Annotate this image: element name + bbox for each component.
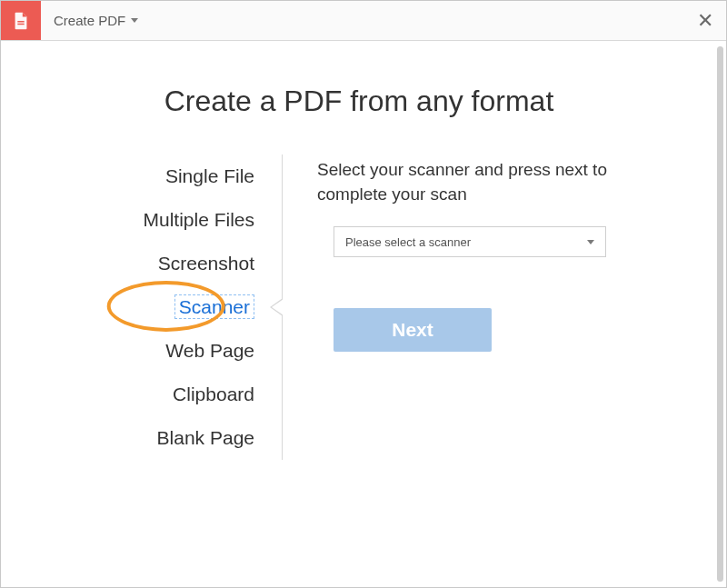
scanner-select-placeholder: Please select a scanner (345, 235, 471, 249)
window-title: Create PDF (54, 13, 125, 28)
close-button[interactable]: ✕ (684, 1, 726, 40)
sidebar-item-blank-page[interactable]: Blank Page (28, 416, 282, 460)
sidebar-item-label: Screenshot (158, 253, 254, 274)
sidebar-item-scanner[interactable]: Scanner (28, 285, 282, 329)
chevron-down-icon (131, 18, 138, 23)
chevron-down-icon (587, 240, 594, 244)
sidebar-item-label: Scanner (174, 294, 254, 319)
body-row: Single File Multiple Files Screenshot Sc… (1, 154, 717, 460)
detail-panel: Select your scanner and press next to co… (283, 154, 690, 460)
next-button[interactable]: Next (334, 308, 492, 352)
titlebar: Create PDF ✕ (1, 1, 726, 41)
sidebar-item-clipboard[interactable]: Clipboard (28, 373, 282, 416)
page-title: Create a PDF from any format (1, 41, 717, 154)
instruction-text: Select your scanner and press next to co… (317, 158, 653, 206)
sidebar-item-label: Blank Page (157, 427, 254, 448)
title-dropdown[interactable]: Create PDF (41, 1, 138, 40)
app-icon-box (1, 1, 41, 40)
dialog-window: Create PDF ✕ Create a PDF from any forma… (0, 0, 727, 588)
close-icon: ✕ (697, 9, 713, 33)
sidebar-item-label: Single File (165, 165, 254, 186)
sidebar-item-single-file[interactable]: Single File (28, 154, 282, 198)
next-button-label: Next (392, 319, 433, 341)
pdf-icon (11, 11, 31, 31)
source-list: Single File Multiple Files Screenshot Sc… (28, 154, 283, 460)
sidebar-item-screenshot[interactable]: Screenshot (28, 242, 282, 285)
sidebar-item-web-page[interactable]: Web Page (28, 329, 282, 373)
scrollbar[interactable] (717, 46, 723, 582)
sidebar-item-multiple-files[interactable]: Multiple Files (28, 198, 282, 242)
scanner-select[interactable]: Please select a scanner (334, 226, 606, 257)
sidebar-item-label: Multiple Files (143, 209, 254, 230)
sidebar-item-label: Web Page (165, 340, 254, 361)
content-area: Create a PDF from any format Single File… (1, 41, 726, 587)
sidebar-item-label: Clipboard (173, 384, 254, 404)
selection-pointer-icon (270, 298, 283, 316)
